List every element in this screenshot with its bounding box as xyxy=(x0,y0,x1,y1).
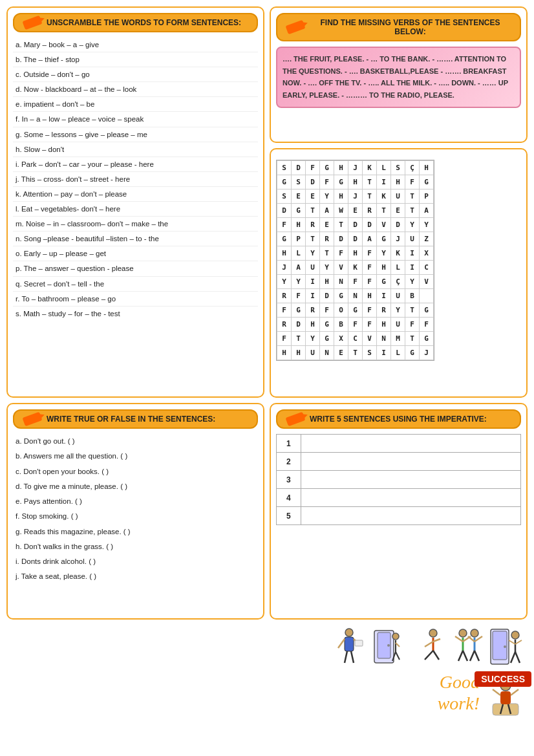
truefalse-item: g. Reads this magazine, please. ( ) xyxy=(13,524,258,539)
unscramble-item: k. Attention – pay – don't – please xyxy=(13,187,258,202)
word-grid-cell: T xyxy=(348,345,363,360)
word-grid-cell: F xyxy=(348,317,363,331)
sentences-section: WRITE 5 SENTENCES USING THE IMPERATIVE: … xyxy=(270,403,528,620)
word-grid-cell: S xyxy=(391,160,405,175)
word-grid-cell: F xyxy=(363,317,377,331)
pencil-icon-2 xyxy=(285,20,305,35)
word-grid-cell: X xyxy=(420,246,434,260)
word-grid-cell: S xyxy=(363,345,377,360)
word-grid-cell: H xyxy=(377,260,391,274)
word-grid-cell: T xyxy=(306,232,320,246)
word-grid-cell: R xyxy=(277,317,292,331)
word-grid-cell: I xyxy=(405,260,420,274)
svg-point-15 xyxy=(429,629,437,637)
word-grid-cell: U xyxy=(391,189,405,203)
word-grid-cell: Y xyxy=(405,217,420,232)
truefalse-item: c. Don't open your books. ( ) xyxy=(13,464,258,479)
word-grid-cell: F xyxy=(363,274,377,288)
svg-point-35 xyxy=(504,645,506,648)
word-grid-cell: K xyxy=(348,260,363,274)
svg-line-18 xyxy=(433,639,440,642)
word-grid-cell: P xyxy=(292,232,306,246)
word-grid-cell: E xyxy=(334,345,348,360)
truefalse-item: j. Take a seat, please. ( ) xyxy=(13,569,258,584)
word-grid-cell: F xyxy=(320,175,334,189)
word-grid-cell: T xyxy=(405,189,420,203)
unscramble-item: n. Song –please - beautiful –listen – to… xyxy=(13,232,258,246)
word-grid-cell: D xyxy=(348,217,363,232)
word-grid-cell: G xyxy=(320,317,334,331)
sentence-input-cell[interactable] xyxy=(301,435,520,453)
unscramble-item: o. Early – up – please – get xyxy=(13,246,258,261)
word-grid-cell: F xyxy=(363,260,377,274)
sentence-input-cell[interactable] xyxy=(301,507,520,525)
word-grid-cell: H xyxy=(348,246,363,260)
word-grid-cell: T xyxy=(363,189,377,203)
sentence-input-cell[interactable] xyxy=(301,453,520,471)
word-grid-cell: N xyxy=(377,331,391,345)
svg-point-9 xyxy=(387,644,390,647)
unscramble-item: h. Slow – don't xyxy=(13,142,258,157)
svg-point-21 xyxy=(459,629,467,637)
word-grid-cell: F xyxy=(348,274,363,288)
word-grid-cell: T xyxy=(306,203,320,217)
word-grid-cell: H xyxy=(363,288,377,303)
sentence-input-cell[interactable] xyxy=(301,471,520,489)
word-grid-cell xyxy=(420,288,434,303)
pencil-icon-1 xyxy=(22,16,42,30)
word-grid-cell: F xyxy=(363,303,377,317)
word-grid-cell: E xyxy=(306,189,320,203)
unscramble-section: UNSCRAMBLE THE WORDS TO FORM SENTENCES: … xyxy=(6,6,264,398)
svg-line-4 xyxy=(345,651,347,663)
word-grid-cell: H xyxy=(292,217,306,232)
svg-rect-44 xyxy=(500,691,511,704)
word-grid-cell: R xyxy=(306,303,320,317)
word-grid-cell: X xyxy=(334,331,348,345)
word-grid-cell: D xyxy=(334,232,348,246)
svg-line-46 xyxy=(511,689,518,695)
truefalse-list: a. Don't go out. ( )b. Answers me all th… xyxy=(13,434,258,585)
unscramble-item: g. Some – lessons – give – please – me xyxy=(13,127,258,142)
word-grid-cell: L xyxy=(292,246,306,260)
unscramble-header: UNSCRAMBLE THE WORDS TO FORM SENTENCES: xyxy=(13,13,258,32)
word-grid-cell: G xyxy=(320,331,334,345)
word-grid-cell: V xyxy=(363,331,377,345)
pencil-icon-4 xyxy=(285,412,305,427)
word-grid-cell: H xyxy=(348,175,363,189)
word-grid-cell: H xyxy=(320,274,334,288)
word-grid-cell: H xyxy=(277,246,292,260)
word-grid-cell: L xyxy=(391,260,405,274)
truefalse-title: WRITE TRUE OR FALSE IN THE SENTENCES: xyxy=(47,415,215,424)
unscramble-item: j. This – cross- don't – street - here xyxy=(13,172,258,187)
word-grid-cell: F xyxy=(334,246,348,260)
sentence-number: 1 xyxy=(277,435,301,453)
unscramble-item: e. impatient – don't – be xyxy=(13,97,258,112)
word-grid-cell: F xyxy=(277,217,292,232)
word-grid-cell: D xyxy=(320,288,334,303)
svg-line-5 xyxy=(351,651,354,663)
sentence-table: 12345 xyxy=(276,434,521,525)
sentence-number: 4 xyxy=(277,489,301,507)
unscramble-item: f. In – a – low – pleace – voice – speak xyxy=(13,112,258,127)
word-grid-cell: Y xyxy=(320,260,334,274)
word-grid-cell: B xyxy=(334,317,348,331)
word-grid-cell: G xyxy=(320,160,334,175)
word-grid-cell: I xyxy=(377,288,391,303)
svg-line-25 xyxy=(458,651,463,661)
word-grid-cell: T xyxy=(292,331,306,345)
word-grid-cell: A xyxy=(420,203,434,217)
word-grid-cell: H xyxy=(292,345,306,360)
verbs-prompt: …. THE FRUIT, PLEASE. - … TO THE BANK. -… xyxy=(276,47,521,108)
word-grid-cell: K xyxy=(391,246,405,260)
word-grid-cell: T xyxy=(363,175,377,189)
unscramble-list: a. Mary – book – a – giveb. The – thief … xyxy=(13,38,258,321)
word-grid-cell: Y xyxy=(377,246,391,260)
word-grid-cell: I xyxy=(377,175,391,189)
sentence-input-cell[interactable] xyxy=(301,489,520,507)
word-grid-cell: G xyxy=(377,232,391,246)
truefalse-header: WRITE TRUE OR FALSE IN THE SENTENCES: xyxy=(13,409,258,429)
pencil-icon-3 xyxy=(22,412,42,427)
sentences-title: WRITE 5 SENTENCES USING THE IMPERATIVE: xyxy=(310,415,487,424)
good-work-text: Goodwork! xyxy=(438,671,480,715)
word-grid-cell: A xyxy=(363,232,377,246)
